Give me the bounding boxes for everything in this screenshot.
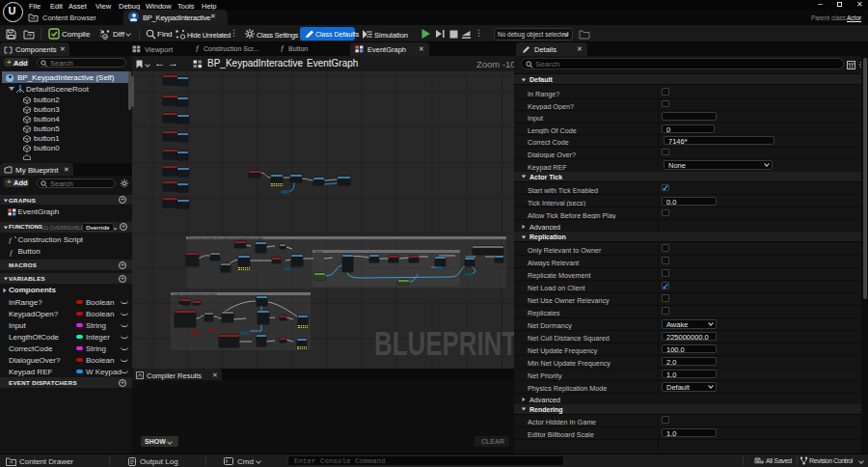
svg-text:f: f bbox=[10, 248, 14, 257]
svg-text:f: f bbox=[9, 235, 13, 244]
